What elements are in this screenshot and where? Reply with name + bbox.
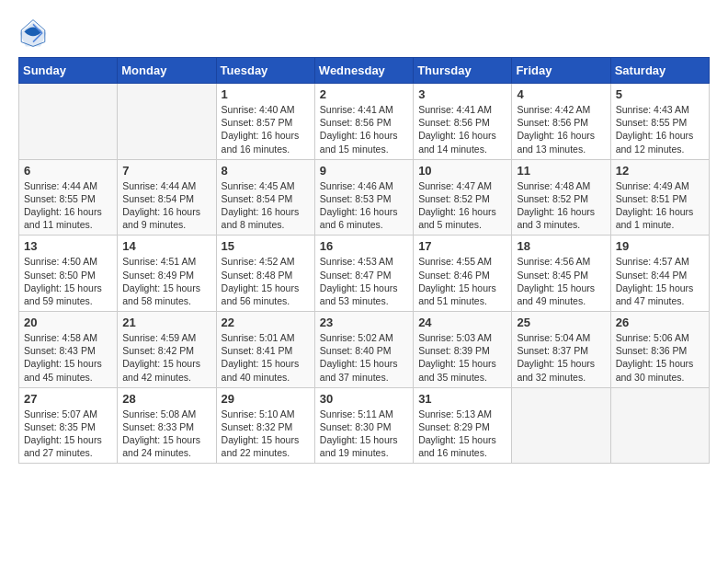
day-number: 28 <box>122 392 210 406</box>
calendar-cell: 18 Sunrise: 4:56 AM Sunset: 8:45 PM Dayl… <box>512 236 610 312</box>
day-number: 23 <box>320 316 408 329</box>
sunrise-text: Sunrise: 4:59 AM <box>122 332 196 343</box>
daylight-text: Daylight: 16 hours and 13 minutes. <box>517 130 595 154</box>
calendar-header-row: SundayMondayTuesdayWednesdayThursdayFrid… <box>19 58 710 84</box>
sunrise-text: Sunrise: 5:11 AM <box>320 408 393 419</box>
sunrise-text: Sunrise: 5:07 AM <box>24 408 97 419</box>
sunset-text: Sunset: 8:53 PM <box>320 193 392 204</box>
sunrise-text: Sunrise: 4:52 AM <box>222 256 295 267</box>
day-number: 21 <box>122 316 210 329</box>
day-number: 29 <box>222 392 310 406</box>
sunrise-text: Sunrise: 4:57 AM <box>616 256 689 267</box>
sunset-text: Sunset: 8:54 PM <box>222 193 293 204</box>
sunrise-text: Sunrise: 4:41 AM <box>418 104 492 115</box>
sunset-text: Sunset: 8:55 PM <box>616 117 688 128</box>
daylight-text: Daylight: 15 hours and 27 minutes. <box>24 434 102 458</box>
calendar-cell: 26 Sunrise: 5:06 AM Sunset: 8:36 PM Dayl… <box>610 312 709 388</box>
calendar-cell: 10 Sunrise: 4:47 AM Sunset: 8:52 PM Dayl… <box>414 159 512 236</box>
daylight-text: Daylight: 15 hours and 35 minutes. <box>418 358 496 382</box>
daylight-text: Daylight: 15 hours and 37 minutes. <box>320 358 398 382</box>
calendar-cell: 12 Sunrise: 4:49 AM Sunset: 8:51 PM Dayl… <box>610 159 709 236</box>
sunset-text: Sunset: 8:33 PM <box>122 421 194 432</box>
sunset-text: Sunset: 8:36 PM <box>616 345 688 356</box>
daylight-text: Daylight: 16 hours and 16 minutes. <box>222 130 300 154</box>
day-number: 2 <box>320 87 408 101</box>
calendar-cell: 21 Sunrise: 4:59 AM Sunset: 8:42 PM Dayl… <box>118 312 216 388</box>
calendar-week-row: 13 Sunrise: 4:50 AM Sunset: 8:50 PM Dayl… <box>19 236 710 312</box>
calendar-cell: 20 Sunrise: 4:58 AM Sunset: 8:43 PM Dayl… <box>19 312 118 388</box>
sunset-text: Sunset: 8:35 PM <box>24 421 96 432</box>
sunrise-text: Sunrise: 5:10 AM <box>222 408 295 419</box>
day-number: 1 <box>222 87 310 101</box>
calendar-cell: 31 Sunrise: 5:13 AM Sunset: 8:29 PM Dayl… <box>414 387 512 464</box>
sunset-text: Sunset: 8:30 PM <box>320 421 392 432</box>
day-number: 18 <box>517 239 605 253</box>
calendar-cell: 7 Sunrise: 4:44 AM Sunset: 8:54 PM Dayli… <box>118 159 216 236</box>
sunset-text: Sunset: 8:37 PM <box>517 345 588 356</box>
daylight-text: Daylight: 16 hours and 5 minutes. <box>418 206 496 230</box>
sunset-text: Sunset: 8:46 PM <box>418 270 490 281</box>
daylight-text: Daylight: 15 hours and 22 minutes. <box>222 434 300 458</box>
day-number: 26 <box>616 316 704 329</box>
sunset-text: Sunset: 8:44 PM <box>616 270 688 281</box>
sunset-text: Sunset: 8:54 PM <box>122 193 194 204</box>
weekday-header: Wednesday <box>314 58 413 84</box>
calendar-cell: 16 Sunrise: 4:53 AM Sunset: 8:47 PM Dayl… <box>314 236 413 312</box>
calendar-cell: 27 Sunrise: 5:07 AM Sunset: 8:35 PM Dayl… <box>19 387 118 464</box>
sunrise-text: Sunrise: 5:02 AM <box>320 332 393 343</box>
daylight-text: Daylight: 15 hours and 53 minutes. <box>320 282 398 306</box>
daylight-text: Daylight: 16 hours and 14 minutes. <box>418 130 496 154</box>
calendar-cell: 23 Sunrise: 5:02 AM Sunset: 8:40 PM Dayl… <box>314 312 413 388</box>
calendar-cell: 5 Sunrise: 4:43 AM Sunset: 8:55 PM Dayli… <box>610 84 709 160</box>
weekday-header: Monday <box>118 58 216 84</box>
sunset-text: Sunset: 8:49 PM <box>122 270 194 281</box>
calendar-cell: 30 Sunrise: 5:11 AM Sunset: 8:30 PM Dayl… <box>314 387 413 464</box>
calendar-cell <box>512 387 610 464</box>
calendar-cell <box>19 84 118 160</box>
sunset-text: Sunset: 8:45 PM <box>517 270 588 281</box>
daylight-text: Daylight: 15 hours and 56 minutes. <box>222 282 300 306</box>
sunset-text: Sunset: 8:47 PM <box>320 270 392 281</box>
sunset-text: Sunset: 8:56 PM <box>517 117 588 128</box>
daylight-text: Daylight: 15 hours and 51 minutes. <box>418 282 496 306</box>
daylight-text: Daylight: 15 hours and 47 minutes. <box>616 282 694 306</box>
calendar-cell: 11 Sunrise: 4:48 AM Sunset: 8:52 PM Dayl… <box>512 159 610 236</box>
day-number: 24 <box>418 316 506 329</box>
sunrise-text: Sunrise: 4:45 AM <box>222 180 295 191</box>
day-number: 3 <box>418 87 506 101</box>
calendar-cell: 14 Sunrise: 4:51 AM Sunset: 8:49 PM Dayl… <box>118 236 216 312</box>
calendar-cell: 6 Sunrise: 4:44 AM Sunset: 8:55 PM Dayli… <box>19 159 118 236</box>
sunset-text: Sunset: 8:52 PM <box>517 193 588 204</box>
daylight-text: Daylight: 15 hours and 58 minutes. <box>122 282 200 306</box>
sunset-text: Sunset: 8:57 PM <box>222 117 293 128</box>
daylight-text: Daylight: 15 hours and 59 minutes. <box>24 282 102 306</box>
sunrise-text: Sunrise: 4:50 AM <box>24 256 97 267</box>
daylight-text: Daylight: 15 hours and 32 minutes. <box>517 358 595 382</box>
calendar-cell <box>610 387 709 464</box>
sunrise-text: Sunrise: 4:46 AM <box>320 180 393 191</box>
logo-icon <box>18 18 48 48</box>
sunrise-text: Sunrise: 4:44 AM <box>122 180 196 191</box>
sunset-text: Sunset: 8:48 PM <box>222 270 293 281</box>
sunrise-text: Sunrise: 5:04 AM <box>517 332 590 343</box>
calendar-table: SundayMondayTuesdayWednesdayThursdayFrid… <box>18 57 710 464</box>
day-number: 15 <box>222 239 310 253</box>
daylight-text: Daylight: 15 hours and 30 minutes. <box>616 358 694 382</box>
sunrise-text: Sunrise: 5:06 AM <box>616 332 689 343</box>
daylight-text: Daylight: 16 hours and 11 minutes. <box>24 206 102 230</box>
sunrise-text: Sunrise: 4:41 AM <box>320 104 393 115</box>
sunrise-text: Sunrise: 4:58 AM <box>24 332 97 343</box>
day-number: 20 <box>24 316 112 329</box>
sunset-text: Sunset: 8:52 PM <box>418 193 490 204</box>
calendar-cell <box>118 84 216 160</box>
calendar-cell: 9 Sunrise: 4:46 AM Sunset: 8:53 PM Dayli… <box>314 159 413 236</box>
calendar-week-row: 1 Sunrise: 4:40 AM Sunset: 8:57 PM Dayli… <box>19 84 710 160</box>
calendar-cell: 25 Sunrise: 5:04 AM Sunset: 8:37 PM Dayl… <box>512 312 610 388</box>
sunrise-text: Sunrise: 4:55 AM <box>418 256 492 267</box>
sunrise-text: Sunrise: 4:56 AM <box>517 256 590 267</box>
calendar-cell: 8 Sunrise: 4:45 AM Sunset: 8:54 PM Dayli… <box>216 159 314 236</box>
day-number: 6 <box>24 164 112 178</box>
day-number: 10 <box>418 164 506 178</box>
sunset-text: Sunset: 8:43 PM <box>24 345 96 356</box>
day-number: 12 <box>616 164 704 178</box>
